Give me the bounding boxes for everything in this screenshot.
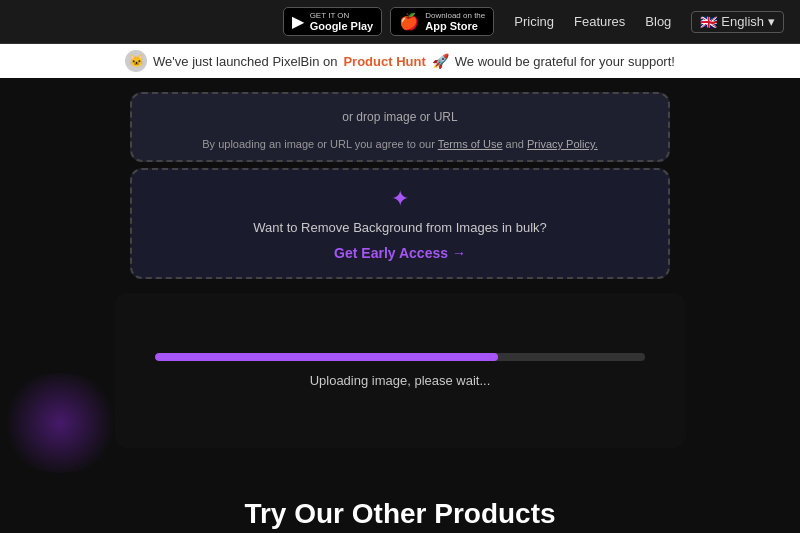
announcement-text-after: We would be grateful for your support! bbox=[455, 54, 675, 69]
features-link[interactable]: Features bbox=[574, 14, 625, 29]
rocket-emoji: 🚀 bbox=[432, 53, 449, 69]
google-play-text: GET IT ON Google Play bbox=[310, 11, 374, 32]
product-hunt-link[interactable]: Product Hunt bbox=[343, 54, 425, 69]
chevron-down-icon: ▾ bbox=[768, 14, 775, 29]
progress-area: Uploading image, please wait... bbox=[115, 293, 685, 448]
other-products-title: Try Our Other Products bbox=[20, 498, 780, 530]
progress-bar-container bbox=[155, 353, 645, 361]
google-play-name: Google Play bbox=[310, 20, 374, 32]
early-access-button[interactable]: Get Early Access → bbox=[334, 245, 466, 261]
nav-links: Pricing Features Blog 🇬🇧 English ▾ bbox=[514, 11, 784, 33]
upload-box: or drop image or URL By uploading an ima… bbox=[130, 92, 670, 162]
language-selector[interactable]: 🇬🇧 English ▾ bbox=[691, 11, 784, 33]
announcement-bar: 🐱 We've just launched PixelBin on Produc… bbox=[0, 44, 800, 78]
terms-text: By uploading an image or URL you agree t… bbox=[202, 138, 597, 150]
language-label: English bbox=[721, 14, 764, 29]
app-store-name: App Store bbox=[425, 20, 485, 32]
terms-link[interactable]: Terms of Use bbox=[438, 138, 503, 150]
google-play-icon: ▶ bbox=[292, 12, 304, 31]
pricing-link[interactable]: Pricing bbox=[514, 14, 554, 29]
google-play-badge[interactable]: ▶ GET IT ON Google Play bbox=[283, 7, 383, 36]
product-hunt-icon: 🐱 bbox=[125, 50, 147, 72]
bulk-icon: ✦ bbox=[391, 186, 409, 212]
privacy-link[interactable]: Privacy Policy. bbox=[527, 138, 598, 150]
bulk-section: ✦ Want to Remove Background from Images … bbox=[130, 168, 670, 279]
app-store-label: Download on the bbox=[425, 11, 485, 20]
apple-icon: 🍎 bbox=[399, 12, 419, 31]
progress-label: Uploading image, please wait... bbox=[310, 373, 491, 388]
announcement-text-before: We've just launched PixelBin on bbox=[153, 54, 337, 69]
bottom-section: Try Our Other Products bbox=[0, 468, 800, 533]
navbar: ▶ GET IT ON Google Play 🍎 Download on th… bbox=[0, 0, 800, 44]
bulk-text: Want to Remove Background from Images in… bbox=[253, 220, 547, 235]
app-store-badge[interactable]: 🍎 Download on the App Store bbox=[390, 7, 494, 36]
blog-link[interactable]: Blog bbox=[645, 14, 671, 29]
app-store-text: Download on the App Store bbox=[425, 11, 485, 32]
google-play-label: GET IT ON bbox=[310, 11, 374, 20]
drop-text: or drop image or URL bbox=[342, 110, 457, 124]
decorative-blob bbox=[0, 373, 120, 473]
progress-bar-fill bbox=[155, 353, 498, 361]
flag-icon: 🇬🇧 bbox=[700, 14, 717, 30]
